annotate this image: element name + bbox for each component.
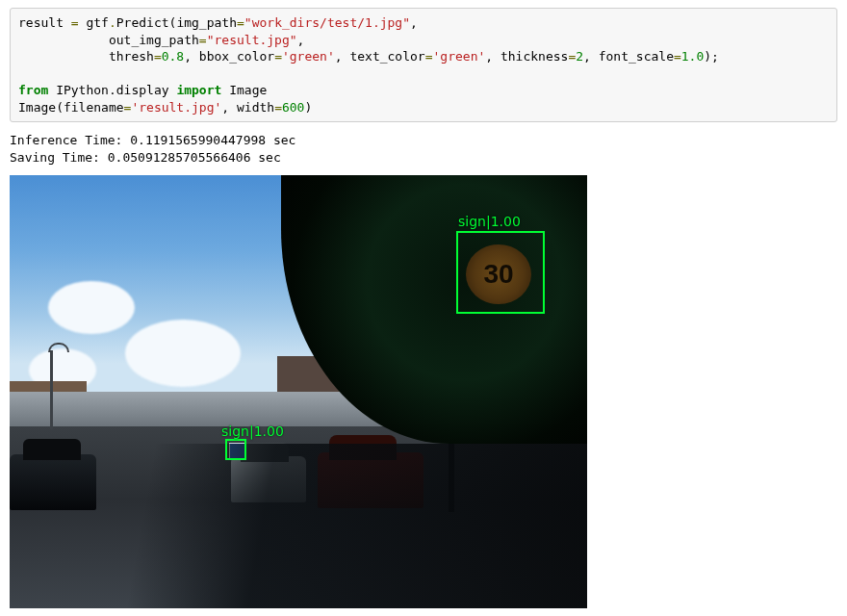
- code-token: thresh: [18, 49, 154, 64]
- code-token: =: [154, 49, 162, 64]
- code-token: =: [199, 33, 207, 47]
- scene-shadow: [10, 444, 587, 608]
- code-number: 0.8: [162, 49, 184, 64]
- code-number: 600: [282, 100, 304, 115]
- code-cell[interactable]: result = gtf.Predict(img_path="work_dirs…: [10, 8, 837, 122]
- code-string: "result.jpg": [207, 33, 297, 47]
- code-token: =: [674, 49, 681, 64]
- code-string: "work_dirs/test/1.jpg": [244, 15, 410, 30]
- code-token: =: [237, 15, 244, 30]
- code-token: .: [109, 15, 116, 30]
- inference-time-line: Inference Time: 0.1191565990447998 sec: [10, 133, 295, 147]
- code-string: 'green': [282, 49, 335, 64]
- code-token: );: [704, 49, 719, 64]
- code-token: , width: [221, 100, 274, 115]
- code-token: out_img_path: [18, 33, 199, 47]
- code-token: =: [71, 15, 79, 30]
- code-token: result: [18, 15, 71, 30]
- code-token: IPython.display: [48, 83, 176, 97]
- code-keyword: from: [18, 83, 48, 97]
- code-token: Image: [221, 83, 267, 97]
- result-image: 30 sign|1.00 sign|1.00: [10, 175, 587, 608]
- notebook-root: result = gtf.Predict(img_path="work_dirs…: [0, 0, 847, 616]
- code-token: Image(filename: [18, 100, 124, 115]
- detection-bbox: [225, 439, 246, 460]
- scene-cloud: [125, 320, 241, 387]
- code-token: gtf: [79, 15, 109, 30]
- code-token: , thickness: [485, 49, 568, 64]
- detection-label: sign|1.00: [221, 424, 284, 439]
- scene-lamppost: [50, 350, 53, 429]
- code-token: ,: [410, 15, 418, 30]
- code-token: ,: [297, 33, 305, 47]
- code-string: 'result.jpg': [131, 100, 221, 115]
- code-token: ): [304, 100, 312, 115]
- scene-cloud: [48, 281, 135, 334]
- code-keyword: import: [176, 83, 221, 97]
- code-token: , bbox_color: [184, 49, 274, 64]
- code-number: 2: [576, 49, 583, 64]
- code-token: =: [274, 49, 282, 64]
- code-token: , font_scale: [583, 49, 674, 64]
- code-token: , text_color: [335, 49, 425, 64]
- detection-label: sign|1.00: [458, 214, 521, 229]
- detection-bbox: [456, 231, 545, 314]
- saving-time-line: Saving Time: 0.05091285705566406 sec: [10, 150, 281, 165]
- code-string: 'green': [433, 49, 486, 64]
- code-token: Predict(img_path: [116, 15, 237, 30]
- code-token: =: [274, 100, 282, 115]
- code-token: =: [425, 49, 433, 64]
- code-number: 1.0: [681, 49, 704, 64]
- stdout-output: Inference Time: 0.1191565990447998 sec S…: [10, 132, 837, 167]
